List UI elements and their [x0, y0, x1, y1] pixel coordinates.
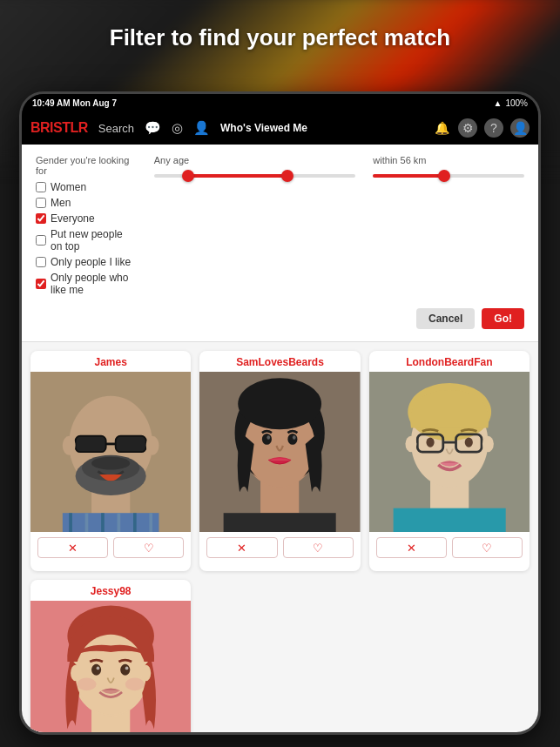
age-slider-section: Any age	[154, 155, 356, 186]
svg-rect-11	[63, 513, 159, 532]
only-like-checkbox[interactable]: Only people I like	[36, 256, 137, 268]
sam-dislike-button[interactable]: ✕	[206, 537, 277, 558]
search-button[interactable]: Search	[98, 122, 134, 135]
men-checkbox[interactable]: Men	[36, 197, 137, 209]
liked-me-label: Only people who like me	[51, 272, 137, 296]
new-people-label: Put new people on top	[51, 228, 137, 252]
svg-point-25	[267, 435, 271, 439]
new-people-checkbox[interactable]: Put new people on top	[36, 228, 137, 252]
svg-point-56	[125, 677, 145, 690]
sam-like-button[interactable]: ♡	[283, 537, 354, 558]
profile-card-london: LondonBeardFan	[369, 351, 530, 571]
london-like-button[interactable]: ♡	[452, 537, 523, 558]
svg-point-27	[239, 378, 322, 429]
svg-point-53	[141, 664, 151, 680]
new-people-checkbox-input[interactable]	[36, 235, 46, 246]
svg-point-39	[464, 438, 472, 448]
age-slider-fill	[185, 174, 286, 178]
svg-point-24	[288, 434, 298, 445]
svg-point-38	[426, 438, 434, 448]
sam-username: SamLovesBeards	[199, 351, 360, 372]
svg-point-41	[405, 436, 416, 452]
age-label: Any age	[154, 155, 356, 165]
gender-label: Gender you're looking for	[36, 155, 137, 176]
cancel-button[interactable]: Cancel	[416, 308, 475, 329]
svg-point-50	[97, 666, 100, 670]
women-label: Women	[51, 181, 86, 193]
women-checkbox-input[interactable]	[36, 182, 46, 192]
svg-point-48	[91, 663, 101, 675]
svg-rect-4	[116, 436, 146, 452]
svg-point-9	[63, 436, 76, 455]
device-frame: 10:49 AM Mon Aug 7 ▲ 100% BRISTLR Search…	[19, 91, 541, 735]
only-like-label: Only people I like	[51, 256, 131, 268]
svg-point-52	[71, 664, 80, 680]
svg-rect-40	[393, 508, 505, 533]
profile-grid: James	[22, 342, 538, 735]
london-photo	[369, 372, 530, 532]
men-checkbox-input[interactable]	[36, 198, 46, 208]
only-like-checkbox-input[interactable]	[36, 257, 46, 267]
filter-row: Gender you're looking for Women Men Ever…	[36, 155, 524, 299]
london-actions: ✕ ♡	[369, 532, 530, 563]
user-icon[interactable]: 👤	[510, 118, 530, 138]
everyone-checkbox[interactable]: Everyone	[36, 212, 137, 225]
svg-point-23	[262, 434, 272, 445]
status-time: 10:49 AM Mon Aug 7	[32, 98, 117, 108]
liked-me-checkbox-input[interactable]	[36, 279, 46, 289]
km-label: within 56 km	[373, 155, 524, 165]
svg-rect-3	[76, 436, 106, 452]
notification-icon[interactable]: 🔔	[432, 118, 451, 138]
km-slider-thumb[interactable]	[438, 170, 450, 182]
gender-filter-section: Gender you're looking for Women Men Ever…	[36, 155, 137, 299]
james-dislike-button[interactable]: ✕	[37, 537, 108, 558]
hero-title: Filter to find your perfect match	[0, 24, 560, 51]
svg-point-10	[146, 436, 159, 455]
age-slider-min-thumb[interactable]	[182, 170, 194, 182]
wifi-icon: ▲	[494, 98, 503, 108]
status-right: ▲ 100%	[494, 98, 528, 108]
james-username: James	[30, 351, 191, 372]
app-logo: BRISTLR	[30, 120, 88, 136]
jessy-username: Jessy98	[30, 580, 191, 601]
women-checkbox[interactable]: Women	[36, 181, 137, 193]
sam-actions: ✕ ♡	[199, 532, 360, 563]
liked-me-checkbox[interactable]: Only people who like me	[36, 272, 137, 296]
status-bar: 10:49 AM Mon Aug 7 ▲ 100%	[22, 94, 538, 111]
profile-card-sam: SamLovesBeards	[199, 351, 360, 571]
filter-actions: Cancel Go!	[36, 308, 524, 329]
svg-point-42	[482, 436, 494, 452]
profile-icon[interactable]: 👤	[193, 120, 210, 136]
svg-rect-28	[224, 513, 336, 532]
svg-point-55	[77, 677, 96, 690]
james-actions: ✕ ♡	[30, 532, 191, 563]
chat-icon[interactable]: 💬	[145, 120, 161, 136]
help-icon[interactable]: ?	[484, 118, 503, 138]
james-like-button[interactable]: ♡	[113, 537, 184, 558]
everyone-label: Everyone	[51, 212, 95, 225]
sam-photo	[199, 372, 360, 532]
km-slider-track	[373, 174, 524, 178]
london-dislike-button[interactable]: ✕	[376, 537, 447, 558]
james-photo	[30, 372, 191, 532]
london-username: LondonBeardFan	[369, 351, 530, 372]
profile-card-james: James	[30, 351, 191, 571]
settings-icon[interactable]: ⚙	[458, 118, 477, 138]
profile-card-jessy: Jessy98	[30, 580, 191, 736]
jessy-photo	[30, 601, 191, 736]
battery-icon: 100%	[505, 98, 528, 108]
nav-bar: BRISTLR Search 💬 ◎ 👤 Who's Viewed Me 🔔 ⚙…	[22, 111, 538, 145]
age-slider-track	[154, 174, 356, 178]
nav-right-icons: 🔔 ⚙ ? 👤	[432, 118, 530, 138]
km-slider-section: within 56 km	[373, 155, 524, 186]
svg-point-26	[293, 435, 296, 439]
svg-point-49	[120, 663, 130, 675]
svg-point-8	[91, 457, 130, 470]
whos-viewed-button[interactable]: Who's Viewed Me	[220, 122, 307, 134]
everyone-checkbox-input[interactable]	[36, 213, 46, 224]
svg-point-51	[125, 666, 129, 670]
go-button[interactable]: Go!	[482, 308, 524, 329]
men-label: Men	[51, 197, 71, 209]
age-slider-max-thumb[interactable]	[281, 170, 293, 182]
people-icon[interactable]: ◎	[172, 120, 183, 136]
